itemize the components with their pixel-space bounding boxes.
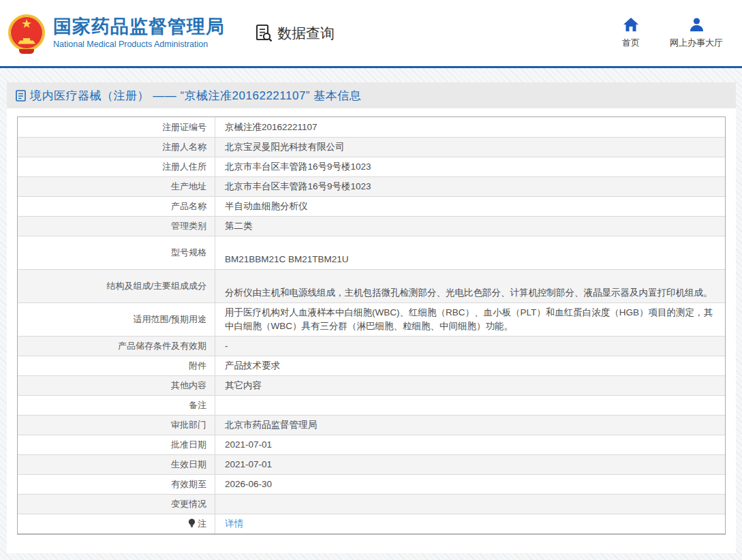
row-value: 北京市丰台区丰管路16号9号楼1023 <box>215 157 725 176</box>
row-value: 半自动血细胞分析仪 <box>215 197 725 216</box>
row-value: 北京市丰台区丰管路16号9号楼1023 <box>215 177 725 196</box>
registration-info-table: 注册证编号京械注准20162221107注册人名称北京宝灵曼阳光科技有限公司注册… <box>17 116 726 535</box>
nmpa-logo[interactable]: ★ <box>8 14 46 52</box>
nav-item-home-label: 首页 <box>622 37 640 49</box>
detail-link[interactable]: 详情 <box>225 517 243 531</box>
row-value: 2021-07-01 <box>215 435 725 454</box>
row-label: 批准日期 <box>18 435 215 454</box>
data-query-label: 数据查询 <box>277 24 335 43</box>
row-value <box>215 396 725 415</box>
nav-item-home[interactable]: 首页 <box>622 18 640 49</box>
table-row: 批准日期2021-07-01 <box>18 435 725 454</box>
nav-item-service-hall-label: 网上办事大厅 <box>670 37 723 49</box>
row-value: 分析仪由主机和电源线组成，主机包括微孔检测部分、光电比色部分、计算机控制部分、液… <box>215 270 725 302</box>
table-row: 注详情 <box>18 514 725 533</box>
bulb-icon <box>188 518 196 531</box>
row-label: 变更情况 <box>18 495 215 514</box>
table-row: 结构及组成/主要组成成分 分析仪由主机和电源线组成，主机包括微孔检测部分、光电比… <box>18 269 725 302</box>
row-value: 产品技术要求 <box>215 356 725 375</box>
row-label: 型号规格 <box>18 236 215 269</box>
row-label: 注册人住所 <box>18 157 215 176</box>
row-value: 北京宝灵曼阳光科技有限公司 <box>215 138 725 157</box>
document-icon <box>16 90 26 102</box>
data-query-link[interactable]: 数据查询 <box>255 24 335 43</box>
section-title-bar: 境内医疗器械（注册） —— “京械注准20162221107” 基本信息 <box>7 82 736 108</box>
table-row: 变更情况 <box>18 494 725 514</box>
document-search-icon <box>255 24 277 42</box>
table-row: 有效期至2026-06-30 <box>18 474 725 494</box>
row-label: 注 <box>18 514 215 533</box>
table-row: 管理类别第二类 <box>18 216 725 236</box>
table-row: 其他内容其它内容 <box>18 375 725 395</box>
brand-block: 国家药品监督管理局 National Medical Products Admi… <box>53 16 225 49</box>
row-label: 生产地址 <box>18 177 215 196</box>
table-row: 注册证编号京械注准20162221107 <box>18 117 725 137</box>
home-icon <box>623 18 638 31</box>
row-label: 适用范围/预期用途 <box>18 303 215 336</box>
row-value: 第二类 <box>215 217 725 236</box>
row-label: 生效日期 <box>18 455 215 474</box>
row-label: 管理类别 <box>18 217 215 236</box>
row-value <box>215 495 725 514</box>
row-value: 2026-06-30 <box>215 475 725 494</box>
table-row: 附件产品技术要求 <box>18 356 725 375</box>
row-value: 北京市药品监督管理局 <box>215 416 725 435</box>
table-row: 备注 <box>18 395 725 415</box>
row-label: 注册证编号 <box>18 117 215 137</box>
row-value: - <box>215 337 725 356</box>
table-row: 生效日期2021-07-01 <box>18 454 725 474</box>
row-value: 京械注准20162221107 <box>215 117 725 137</box>
table-row: 注册人名称北京宝灵曼阳光科技有限公司 <box>18 137 725 157</box>
brand-title-en: National Medical Products Administration <box>53 40 225 49</box>
nav-item-service-hall[interactable]: 网上办事大厅 <box>670 18 723 49</box>
site-header: ★ 国家药品监督管理局 National Medical Products Ad… <box>0 0 742 66</box>
content-panel: 境内医疗器械（注册） —— “京械注准20162221107” 基本信息 注册证… <box>7 82 736 553</box>
table-row: 注册人住所北京市丰台区丰管路16号9号楼1023 <box>18 157 725 176</box>
user-icon <box>690 18 704 31</box>
table-row: 产品储存条件及有效期- <box>18 336 725 356</box>
row-label: 结构及组成/主要组成成分 <box>18 270 215 302</box>
header-nav: 首页 网上办事大厅 <box>622 18 723 49</box>
national-emblem-icon: ★ <box>8 14 45 51</box>
row-value: BM21BBM21C BM21TBM21U <box>215 236 725 269</box>
row-label: 备注 <box>18 396 215 415</box>
row-label: 产品储存条件及有效期 <box>18 337 215 356</box>
content-area: 境内医疗器械（注册） —— “京械注准20162221107” 基本信息 注册证… <box>0 68 742 560</box>
table-row: 生产地址北京市丰台区丰管路16号9号楼1023 <box>18 176 725 196</box>
row-value: 其它内容 <box>215 376 725 395</box>
row-label: 审批部门 <box>18 416 215 435</box>
brand-title-cn: 国家药品监督管理局 <box>53 16 225 37</box>
table-row: 适用范围/预期用途用于医疗机构对人血液样本中白细胞(WBC)、红细胞（RBC）、… <box>18 302 725 336</box>
row-label: 注册人名称 <box>18 138 215 157</box>
table-row: 产品名称半自动血细胞分析仪 <box>18 196 725 216</box>
row-label: 有效期至 <box>18 475 215 494</box>
row-label: 产品名称 <box>18 197 215 216</box>
page-title: 境内医疗器械（注册） —— “京械注准20162221107” 基本信息 <box>30 88 361 104</box>
table-row: 型号规格 BM21BBM21C BM21TBM21U <box>18 236 725 269</box>
row-value: 用于医疗机构对人血液样本中白细胞(WBC)、红细胞（RBC）、血小板（PLT）和… <box>215 303 725 336</box>
row-value: 2021-07-01 <box>215 455 725 474</box>
row-label: 附件 <box>18 356 215 375</box>
row-value: 详情 <box>215 514 725 533</box>
row-label: 其他内容 <box>18 376 215 395</box>
table-row: 审批部门北京市药品监督管理局 <box>18 415 725 435</box>
